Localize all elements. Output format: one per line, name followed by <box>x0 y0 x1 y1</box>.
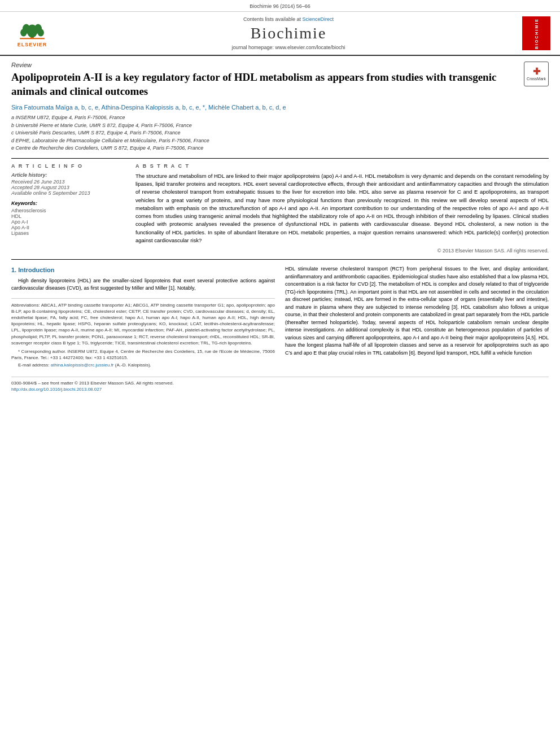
crossmark-label: CrossMark <box>527 77 546 81</box>
article-info-col: A R T I C L E I N F O Article history: R… <box>11 163 124 254</box>
authors-text: Sira Fatoumata Maïga a, b, c, e, Athina-… <box>11 104 286 111</box>
authors: Sira Fatoumata Maïga a, b, c, e, Athina-… <box>11 104 549 111</box>
affiliation-b: b Université Pierre et Marie Curie, UMR … <box>11 122 549 130</box>
corresponding-text: * Corresponding author. INSERM U872, Equ… <box>11 348 275 361</box>
abstract-col: A B S T R A C T The structure and metabo… <box>135 163 549 254</box>
abbreviations-text: Abbreviations: ABCA1, ATP binding casset… <box>11 302 275 346</box>
svg-point-4 <box>20 29 27 36</box>
issn-text: 0300-9084/$ – see front matter © 2013 El… <box>11 381 549 386</box>
email-link[interactable]: athina.kalopissis@crc.jussieu.fr <box>51 362 114 368</box>
abstract-copyright: © 2013 Elsevier Masson SAS. All rights r… <box>135 248 549 254</box>
email-text: E-mail address: athina.kalopissis@crc.ju… <box>11 362 275 368</box>
article-history: Article history: Received 26 June 2013 A… <box>11 172 124 196</box>
intro-section-name: Introduction <box>18 267 54 273</box>
journal-citation: Biochimie 96 (2014) 56–66 <box>250 3 310 9</box>
body-col-right: HDL stimulate reverse cholesterol transp… <box>285 265 549 372</box>
footnote-section: Abbreviations: ABCA1, ATP binding casset… <box>11 298 275 369</box>
page: Biochimie 96 (2014) 56–66 ELSEVIER <box>0 0 560 397</box>
intro-section-title: 1. Introduction <box>11 265 275 275</box>
keyword-3: Apo A-I <box>11 219 124 225</box>
contents-available-text: Contents lists available at <box>243 16 303 22</box>
publisher-logo-area: ELSEVIER <box>7 16 58 50</box>
crossmark-badge: ✚ CrossMark <box>524 62 549 86</box>
history-title: Article history: <box>11 172 124 178</box>
intro-para-1-text: High density lipoproteins (HDL) are the … <box>11 278 275 291</box>
journal-center: Contents lists available at ScienceDirec… <box>63 16 514 50</box>
elsevier-tree-icon <box>18 19 46 41</box>
info-abstract-section: A R T I C L E I N F O Article history: R… <box>11 158 549 254</box>
email-label: E-mail address: <box>18 362 51 368</box>
journal-badge-area: BIOCHIMIE <box>519 16 553 50</box>
journal-title: Biochimie <box>251 24 327 42</box>
keyword-4: Apo A-II <box>11 225 124 230</box>
keyword-5: Lipases <box>11 230 124 236</box>
article-title: Apolipoprotein A-II is a key regulatory … <box>11 71 549 98</box>
svg-point-5 <box>37 29 43 36</box>
abstract-text: The structure and metabolism of HDL are … <box>135 172 549 244</box>
affiliation-e: e Centre de Recherche des Cordeliers, UM… <box>11 145 549 152</box>
biochimie-badge: BIOCHIMIE <box>522 16 550 50</box>
abstract-heading: A B S T R A C T <box>135 163 549 169</box>
keyword-2: HDL <box>11 213 124 219</box>
intro-section-number: 1. <box>11 267 16 273</box>
crossmark-cross-icon: ✚ <box>533 67 540 76</box>
article-type: Review <box>11 62 549 68</box>
journal-homepage: journal homepage: www.elsevier.com/locat… <box>231 45 345 50</box>
crossmark-area: ✚ CrossMark <box>524 62 549 86</box>
page-footer: 0300-9084/$ – see front matter © 2013 El… <box>11 377 549 392</box>
science-direct-link[interactable]: ScienceDirect <box>303 16 334 22</box>
received-date: Received 26 June 2013 <box>11 179 124 185</box>
top-bar: Biochimie 96 (2014) 56–66 <box>0 0 560 12</box>
intro-right-para-1-text: HDL stimulate reverse cholesterol transp… <box>285 266 549 356</box>
doi-link[interactable]: http://dx.doi.org/10.1016/j.biochi.2013.… <box>11 387 549 392</box>
keywords-title: Keywords: <box>11 200 124 206</box>
accepted-date: Accepted 28 August 2013 <box>11 185 124 190</box>
affiliations: a INSERM U872, Equipe 4, Paris F-75006, … <box>11 114 549 152</box>
journal-header: ELSEVIER Contents lists available at Sci… <box>0 12 560 56</box>
elsevier-logo: ELSEVIER <box>18 19 47 47</box>
biochimie-badge-text: BIOCHIMIE <box>535 18 539 49</box>
homepage-text: journal homepage: www.elsevier.com/locat… <box>231 45 345 50</box>
email-suffix: (A.-D. Kalopissis). <box>115 362 151 368</box>
body-separator <box>11 259 549 260</box>
body-col-left: 1. Introduction High density lipoprotein… <box>11 265 275 372</box>
affiliation-d: d EPHE, Laboratoire de Pharmacologie Cel… <box>11 137 549 145</box>
affiliation-a: a INSERM U872, Equipe 4, Paris F-75006, … <box>11 114 549 122</box>
body-section: 1. Introduction High density lipoprotein… <box>11 265 549 372</box>
keyword-1: Atherosclerosis <box>11 208 124 213</box>
available-date: Available online 5 September 2013 <box>11 190 124 196</box>
intro-para-1: High density lipoproteins (HDL) are the … <box>11 277 275 292</box>
science-direct-line: Contents lists available at ScienceDirec… <box>243 16 334 22</box>
main-content: ✚ CrossMark Review Apolipoprotein A-II i… <box>0 56 560 397</box>
article-info-heading: A R T I C L E I N F O <box>11 163 124 169</box>
affiliation-c: c Université Paris Descartes, UMR S 872,… <box>11 129 549 137</box>
intro-right-para-1: HDL stimulate reverse cholesterol transp… <box>285 265 549 357</box>
elsevier-label: ELSEVIER <box>18 42 47 47</box>
keywords-section: Keywords: Atherosclerosis HDL Apo A-I Ap… <box>11 200 124 236</box>
